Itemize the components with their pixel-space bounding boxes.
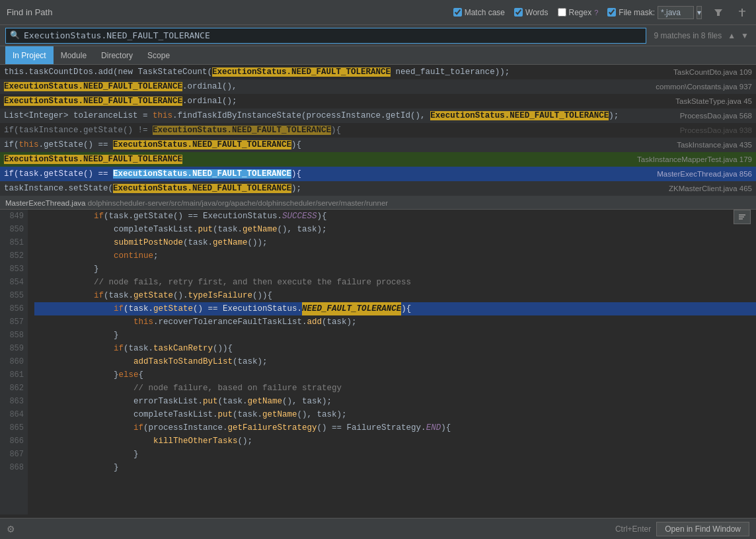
next-result-btn[interactable]: ▼	[739, 30, 751, 41]
result-code: if(task.getState() == ExecutionStatus.NE…	[4, 169, 652, 179]
svg-rect-4	[739, 216, 744, 218]
code-line: submitPostNode(task.getName());	[34, 236, 756, 249]
file-mask-checkbox[interactable]	[607, 8, 616, 17]
result-code: List<Integer> toleranceList = this.findT…	[4, 111, 675, 120]
words-option[interactable]: Words	[514, 8, 548, 17]
words-checkbox[interactable]	[514, 8, 523, 17]
file-mask-dropdown-btn[interactable]: ▾	[697, 6, 702, 19]
bottom-bar: ⚙ Ctrl+Enter Open in Find Window	[0, 518, 756, 539]
svg-marker-0	[714, 9, 722, 16]
toolbar-title: Find in Path	[7, 7, 52, 17]
result-code: ExecutionStatus.NEED_FAULT_TOLERANCE	[4, 155, 632, 164]
search-results-count: 9 matches in 8 files	[654, 31, 722, 40]
result-code: if(this.getState() == ExecutionStatus.NE…	[4, 140, 671, 149]
code-line: if(task.getState().typeIsFailure()){	[34, 289, 756, 302]
result-code: taskInstance.setState(ExecutionStatus.NE…	[4, 184, 663, 193]
result-row[interactable]: taskInstance.setState(ExecutionStatus.NE…	[0, 181, 756, 196]
regex-checkbox[interactable]	[558, 8, 566, 17]
result-row[interactable]: if(task.getState() == ExecutionStatus.NE…	[0, 167, 756, 181]
preview-path: dolphinscheduler-server/src/main/java/or…	[88, 199, 388, 207]
tab-scope[interactable]: Scope	[140, 46, 177, 64]
result-file: ProcessDao.java 938	[680, 126, 752, 134]
rerun-icon	[738, 213, 746, 221]
code-line: // node failure, based on failure strate…	[34, 382, 756, 395]
match-case-label: Match case	[465, 8, 505, 17]
code-preview-header: MasterExecThread.java dolphinscheduler-s…	[0, 197, 756, 210]
code-line: }	[34, 448, 756, 461]
search-bar: 🔍 9 matches in 8 files ▲ ▼	[0, 25, 756, 46]
search-icon: 🔍	[10, 30, 20, 40]
code-line: }	[34, 263, 756, 276]
code-preview: MasterExecThread.java dolphinscheduler-s…	[0, 196, 756, 518]
file-mask-group: File mask: ▾	[607, 6, 702, 19]
main-content: this.taskCountDtos.add(new TaskStateCoun…	[0, 65, 756, 518]
search-input[interactable]	[24, 30, 642, 40]
result-file: common\Constants.java 937	[656, 83, 752, 91]
result-code: this.taskCountDtos.add(new TaskStateCoun…	[4, 67, 668, 77]
result-code: ExecutionStatus.NEED_FAULT_TOLERANCE.ord…	[4, 97, 670, 106]
code-line: }	[34, 461, 756, 474]
result-file: MasterExecThread.java 856	[657, 170, 752, 178]
result-file: TaskCountDto.java 109	[673, 68, 752, 76]
code-line: // node fails, retry first, and then exe…	[34, 276, 756, 289]
code-line: this.recoverToleranceFaultTaskList.add(t…	[34, 315, 756, 329]
filter-icon-btn[interactable]	[711, 7, 726, 19]
settings-btn[interactable]: ⚙	[7, 524, 15, 534]
result-file: ZKMasterClient.java 465	[669, 185, 752, 192]
svg-rect-3	[739, 214, 745, 216]
pin-icon-btn[interactable]	[735, 7, 749, 19]
code-line: }else{	[34, 368, 756, 382]
code-lines: if(task.getState() == ExecutionStatus.SU…	[28, 210, 756, 515]
code-line-highlighted: if(task.getState() == ExecutionStatus.NE…	[34, 302, 756, 315]
result-row[interactable]: ExecutionStatus.NEED_FAULT_TOLERANCE Tas…	[0, 152, 756, 167]
file-mask-label: File mask:	[619, 8, 655, 17]
result-file: TaskStateType.java 45	[675, 97, 752, 105]
code-line: if(task.getState() == ExecutionStatus.SU…	[34, 210, 756, 223]
result-code: ExecutionStatus.NEED_FAULT_TOLERANCE.ord…	[4, 82, 650, 91]
tab-module[interactable]: Module	[54, 46, 94, 64]
line-numbers: 849 850 851 852 853 854 855 856 857 858 …	[0, 210, 28, 515]
pin-icon	[737, 8, 747, 17]
result-file: ProcessDao.java 568	[680, 112, 752, 120]
search-input-wrapper: 🔍	[5, 28, 646, 44]
code-line: if(task.taskCanRetry()){	[34, 342, 756, 355]
search-nav-buttons: ▲ ▼	[726, 30, 751, 41]
result-row[interactable]: ExecutionStatus.NEED_FAULT_TOLERANCE.ord…	[0, 79, 756, 94]
prev-result-btn[interactable]: ▲	[726, 30, 737, 41]
code-line: errorTaskList.put(task.getName(), task);	[34, 395, 756, 408]
results-list: this.taskCountDtos.add(new TaskStateCoun…	[0, 65, 756, 196]
result-row[interactable]: ExecutionStatus.NEED_FAULT_TOLERANCE.ord…	[0, 94, 756, 108]
open-find-window-btn[interactable]: Open in Find Window	[656, 522, 749, 536]
match-case-option[interactable]: Match case	[453, 8, 505, 17]
words-label: Words	[525, 8, 548, 17]
match-case-checkbox[interactable]	[453, 8, 462, 17]
preview-filename: MasterExecThread.java	[5, 199, 85, 207]
shortcut-hint: Ctrl+Enter	[615, 524, 651, 534]
result-row[interactable]: List<Integer> toleranceList = this.findT…	[0, 108, 756, 123]
filter-icon	[714, 8, 723, 17]
tab-in-project[interactable]: In Project	[5, 46, 54, 64]
code-line: addTaskToStandByList(task);	[34, 355, 756, 368]
scope-tabs: In Project Module Directory Scope	[0, 46, 756, 65]
toolbar-options: Match case Words Regex ? File mask: ▾	[453, 6, 749, 19]
tab-directory[interactable]: Directory	[94, 46, 140, 64]
bottom-right: Ctrl+Enter Open in Find Window	[615, 522, 749, 536]
regex-option[interactable]: Regex ?	[558, 8, 599, 17]
regex-label: Regex	[569, 8, 592, 17]
code-line: completeTaskList.put(task.getName(), tas…	[34, 408, 756, 421]
file-mask-option[interactable]: File mask:	[607, 8, 655, 17]
code-line: killTheOtherTasks();	[34, 435, 756, 448]
code-area: 849 850 851 852 853 854 855 856 857 858 …	[0, 210, 756, 515]
result-row[interactable]: if(taskInstance.getState() != ExecutionS…	[0, 123, 756, 138]
code-line: completeTaskList.put(task.getName(), tas…	[34, 223, 756, 236]
rerun-btn[interactable]	[734, 210, 751, 224]
result-file: TaskInstance.java 435	[677, 141, 752, 149]
result-row[interactable]: this.taskCountDtos.add(new TaskStateCoun…	[0, 65, 756, 79]
toolbar: Find in Path Match case Words Regex ? Fi…	[0, 0, 756, 25]
regex-question-icon: ?	[594, 9, 598, 17]
code-line: }	[34, 329, 756, 342]
result-code: if(taskInstance.getState() != ExecutionS…	[4, 126, 675, 135]
result-file: TaskInstanceMapperTest.java 179	[637, 155, 752, 163]
result-row[interactable]: if(this.getState() == ExecutionStatus.NE…	[0, 138, 756, 152]
file-mask-input[interactable]	[658, 6, 694, 19]
